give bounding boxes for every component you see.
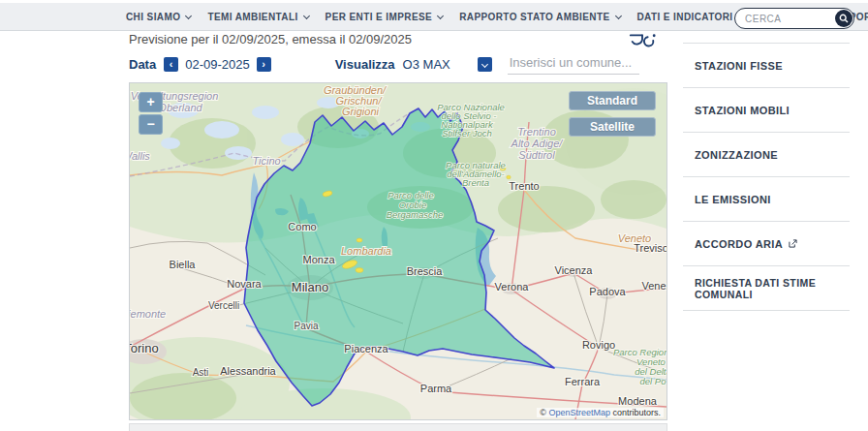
sidebar-item-le-emissioni[interactable]: LE EMISSIONI: [683, 177, 850, 222]
next-date-button[interactable]: ›: [257, 57, 271, 72]
map-label: Padova: [589, 286, 626, 297]
map-label: Veneto: [618, 232, 651, 244]
map-label: Verona: [495, 281, 530, 292]
chevron-down-icon: [185, 12, 192, 18]
sidebar-item-stazioni-fisse[interactable]: STAZIONI FISSE: [683, 44, 850, 88]
nav-label: DATI E INDICATORI: [637, 12, 733, 22]
map-label: Torino: [130, 341, 159, 355]
map-label: Trento: [509, 180, 539, 192]
sidebar-menu: STAZIONI FISSE STAZIONI MOBILI ZONIZZAZI…: [683, 43, 850, 311]
openstreetmap-link[interactable]: OpenStreetMap: [548, 408, 610, 417]
map-controls: Data ‹ 02-09-2025 › Visualizza O3 MAX: [129, 53, 639, 75]
attribution-suffix: contributors.: [610, 408, 661, 417]
map-label: Stilfser Joch: [442, 128, 492, 139]
visualizza-label: Visualizza: [335, 57, 395, 72]
top-navigation-bar: CHI SIAMO TEMI AMBIENTALI PER ENTI E IMP…: [0, 3, 868, 31]
map-label: del Po: [640, 376, 666, 386]
map-label: Biella: [170, 259, 197, 270]
search-button[interactable]: [835, 10, 852, 27]
map-label: Modena: [618, 395, 658, 407]
chevron-down-icon: [614, 12, 621, 18]
sidebar-item-label: LE EMISSIONI: [695, 194, 771, 205]
nav-item-dati-e-indicatori[interactable]: DATI E INDICATORI: [637, 12, 744, 22]
chevron-down-icon: [481, 60, 488, 67]
map-label: Brescia: [407, 265, 444, 277]
map-label: Ferrara: [565, 376, 601, 387]
map-label: Brenta: [462, 177, 489, 188]
search-icon: [839, 14, 849, 23]
map-label: Trentino: [517, 126, 556, 138]
map-label: Oberland: [158, 102, 202, 113]
map-label: Venezia: [641, 280, 666, 292]
previous-date-button[interactable]: ‹: [164, 57, 178, 72]
nav-item-temi-ambientali[interactable]: TEMI AMBIENTALI: [207, 12, 308, 22]
nav-item-rapporto-stato-ambiente[interactable]: RAPPORTO STATO AMBIENTE: [459, 12, 620, 22]
sidebar-item-label: STAZIONI MOBILI: [695, 105, 790, 116]
forecast-service-icon: [628, 32, 657, 53]
pollutant-value: O3 MAX: [403, 57, 450, 72]
date-label: Data: [129, 57, 156, 72]
map-label: Ticino: [252, 155, 280, 167]
map-label: Alto Adige/: [511, 138, 564, 149]
map-label: Grigioni: [342, 106, 379, 117]
map-label: Milano: [292, 280, 328, 294]
external-link-icon: [789, 239, 797, 248]
nav-label: RAPPORTO STATO AMBIENTE: [459, 12, 609, 22]
map-label: Como: [288, 221, 316, 232]
chevron-down-icon: [437, 12, 444, 18]
map-label: Südtirol: [518, 149, 555, 161]
search-input[interactable]: [735, 13, 835, 25]
map-label: Alessandria: [220, 365, 276, 377]
sidebar-item-richiesta-dati-stime-comunali[interactable]: RICHIESTA DATI STIME COMUNALI: [683, 266, 850, 311]
sidebar-item-label: RICHIESTA DATI STIME COMUNALI: [695, 277, 850, 300]
map-label: Piemonte: [130, 308, 166, 320]
map-attribution: © OpenStreetMap contributors.: [537, 408, 664, 417]
map-legend-bar: Legenda [Scala in µg/m³]: [129, 423, 667, 431]
date-value: 02-09-2025: [185, 57, 250, 72]
sidebar-item-stazioni-mobili[interactable]: STAZIONI MOBILI: [683, 88, 850, 133]
chevron-down-icon: [303, 12, 310, 18]
nav-item-per-enti-e-imprese[interactable]: PER ENTI E IMPRESE: [326, 12, 444, 22]
sidebar-item-label: STAZIONI FISSE: [695, 60, 783, 72]
map-label: Rovigo: [582, 339, 615, 351]
map-label: Vicenza: [555, 264, 594, 276]
map-label: Parma: [420, 383, 452, 394]
search-box: [734, 8, 854, 29]
sidebar-item-label: ACCORDO ARIA: [695, 238, 783, 250]
map-label: Lombardia: [341, 245, 391, 257]
comune-search-input[interactable]: [508, 53, 639, 75]
map-label: Piacenza: [344, 343, 388, 354]
map-label: s/Wallis: [130, 150, 150, 162]
zoom-in-button[interactable]: +: [139, 92, 163, 112]
sidebar-item-zonizzazione[interactable]: ZONIZZAZIONE: [683, 133, 850, 177]
map-label: Novara: [227, 278, 262, 290]
sidebar-item-accordo-aria[interactable]: ACCORDO ARIA: [683, 222, 850, 266]
map-label: Asti: [193, 367, 209, 378]
nav-label: TEMI AMBIENTALI: [207, 12, 297, 22]
nav-item-chi-siamo[interactable]: CHI SIAMO: [126, 12, 191, 22]
nav-label: CHI SIAMO: [126, 12, 180, 22]
air-quality-map[interactable]: TorinoMilanoMonzaComoBresciaNovaraBiella…: [129, 82, 667, 420]
map-label: Monza: [302, 254, 335, 265]
map-label: Bergamasche: [387, 209, 444, 220]
standard-layer-button[interactable]: Standard: [569, 91, 656, 110]
map-zoom-control: + −: [139, 92, 163, 137]
nav-label: PER ENTI E IMPRESE: [326, 12, 433, 22]
zoom-out-button[interactable]: −: [139, 114, 163, 135]
map-layer-switcher: Standard Satellite: [569, 91, 656, 143]
map-label: Vercelli: [208, 300, 239, 311]
forecast-title: Previsione per il 02/09/2025, emessa il …: [129, 32, 412, 46]
satellite-layer-button[interactable]: Satellite: [569, 117, 656, 137]
sidebar-item-label: ZONIZZAZIONE: [695, 149, 778, 161]
pollutant-dropdown-button[interactable]: [478, 57, 492, 72]
map-label: Pavia: [294, 321, 318, 331]
